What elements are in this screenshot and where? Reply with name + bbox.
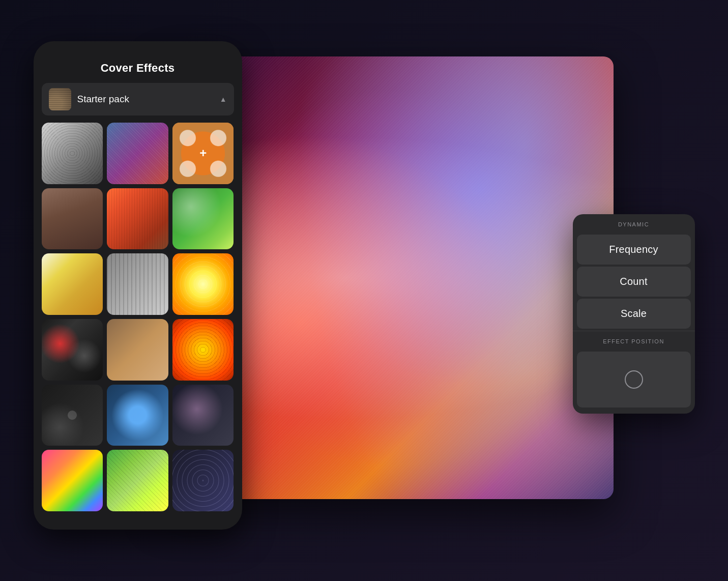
effect-position-pad[interactable] (577, 352, 691, 408)
list-item[interactable] (107, 385, 168, 446)
list-item[interactable] (42, 123, 103, 184)
panel-title: Cover Effects (42, 51, 234, 83)
pack-name: Starter pack (77, 94, 220, 105)
list-item[interactable] (107, 253, 168, 315)
list-item[interactable] (172, 450, 234, 511)
list-item[interactable] (107, 188, 168, 250)
panel-right: DYNAMIC Frequency Count Scale EFFECT POS… (573, 214, 695, 414)
frequency-button[interactable]: Frequency (577, 235, 691, 265)
dynamic-section-label: DYNAMIC (573, 214, 695, 233)
list-item[interactable] (42, 188, 103, 250)
pack-header[interactable]: Starter pack ▲ (42, 83, 234, 115)
list-item[interactable] (42, 450, 103, 511)
list-item[interactable] (172, 123, 234, 184)
scene: Cover Effects Starter pack ▲ (34, 41, 695, 540)
effect-position-label: EFFECT POSITION (573, 331, 695, 350)
pack-thumbnail (49, 88, 71, 110)
list-item[interactable] (172, 319, 234, 381)
list-item[interactable] (107, 450, 168, 511)
position-dot (625, 370, 643, 389)
chevron-up-icon: ▲ (220, 95, 227, 103)
list-item[interactable] (42, 253, 103, 315)
phone-left: Cover Effects Starter pack ▲ (34, 41, 242, 530)
list-item[interactable] (172, 188, 234, 250)
list-item[interactable] (42, 385, 103, 446)
list-item[interactable] (172, 253, 234, 315)
scale-button[interactable]: Scale (577, 299, 691, 329)
effects-grid (42, 123, 234, 511)
count-button[interactable]: Count (577, 267, 691, 297)
list-item[interactable] (42, 319, 103, 381)
list-item[interactable] (107, 123, 168, 184)
list-item[interactable] (107, 319, 168, 381)
list-item[interactable] (172, 385, 234, 446)
